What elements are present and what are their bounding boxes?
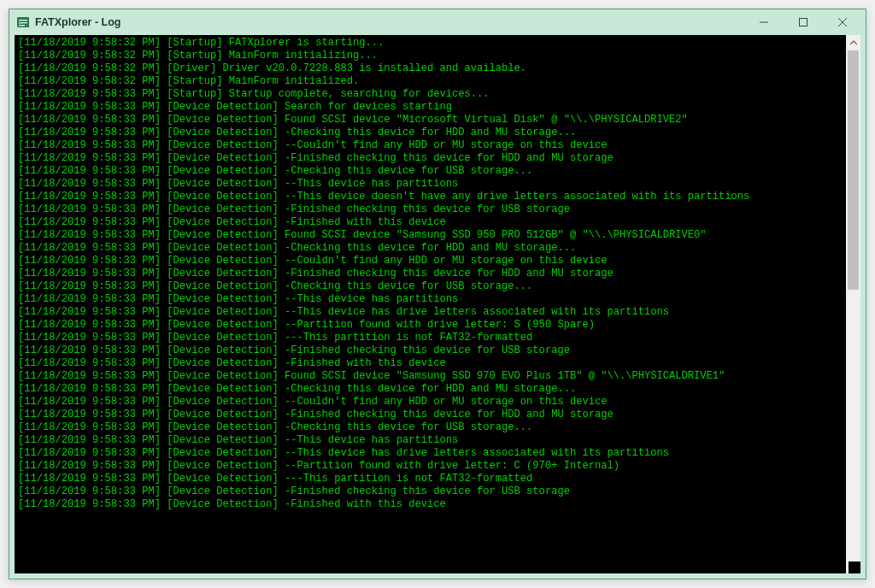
scroll-thumb[interactable] — [848, 50, 859, 290]
log-line: [11/18/2019 9:58:33 PM] [Device Detectio… — [18, 268, 843, 280]
svg-rect-3 — [19, 25, 25, 26]
log-text-area[interactable]: [11/18/2019 9:58:32 PM] [Startup] FATXpl… — [15, 35, 846, 573]
minimize-button[interactable] — [744, 10, 784, 34]
log-line: [11/18/2019 9:58:33 PM] [Device Detectio… — [18, 229, 843, 242]
log-line: [11/18/2019 9:58:33 PM] [Device Detectio… — [18, 396, 843, 409]
log-line: [11/18/2019 9:58:33 PM] [Device Detectio… — [18, 178, 843, 191]
log-line: [11/18/2019 9:58:33 PM] [Device Detectio… — [18, 152, 843, 165]
log-line: [11/18/2019 9:58:33 PM] [Device Detectio… — [18, 306, 843, 319]
log-line: [11/18/2019 9:58:33 PM] [Device Detectio… — [18, 421, 843, 434]
log-line: [11/18/2019 9:58:33 PM] [Device Detectio… — [18, 293, 843, 306]
log-line: [11/18/2019 9:58:33 PM] [Device Detectio… — [18, 332, 843, 344]
log-line: [11/18/2019 9:58:33 PM] [Device Detectio… — [18, 434, 843, 447]
log-line: [11/18/2019 9:58:33 PM] [Device Detectio… — [18, 165, 843, 178]
log-line: [11/18/2019 9:58:33 PM] [Device Detectio… — [18, 101, 843, 114]
log-line: [11/18/2019 9:58:33 PM] [Device Detectio… — [18, 370, 843, 383]
log-line: [11/18/2019 9:58:33 PM] [Device Detectio… — [18, 409, 843, 421]
svg-rect-2 — [19, 22, 27, 24]
maximize-button[interactable] — [784, 10, 823, 34]
log-line: [11/18/2019 9:58:33 PM] [Startup] Startu… — [18, 88, 843, 101]
log-window: FATXplorer - Log [11/18/2019 9:58:32 PM]… — [9, 9, 866, 579]
app-icon — [16, 15, 30, 29]
log-content: [11/18/2019 9:58:32 PM] [Startup] FATXpl… — [15, 35, 860, 573]
log-line: [11/18/2019 9:58:33 PM] [Device Detectio… — [18, 216, 843, 229]
log-line: [11/18/2019 9:58:33 PM] [Device Detectio… — [18, 280, 843, 293]
svg-rect-5 — [800, 19, 807, 26]
log-line: [11/18/2019 9:58:33 PM] [Device Detectio… — [18, 498, 843, 511]
svg-rect-1 — [19, 20, 27, 21]
close-button[interactable] — [823, 10, 862, 34]
log-line: [11/18/2019 9:58:33 PM] [Device Detectio… — [18, 191, 843, 203]
vertical-scrollbar[interactable] — [846, 35, 860, 573]
resize-grip[interactable] — [849, 562, 860, 573]
log-line: [11/18/2019 9:58:32 PM] [Driver] Driver … — [18, 62, 843, 75]
log-line: [11/18/2019 9:58:33 PM] [Device Detectio… — [18, 126, 843, 139]
log-line: [11/18/2019 9:58:32 PM] [Startup] FATXpl… — [18, 37, 843, 50]
log-line: [11/18/2019 9:58:33 PM] [Device Detectio… — [18, 344, 843, 357]
log-line: [11/18/2019 9:58:32 PM] [Startup] MainFo… — [18, 75, 843, 88]
log-line: [11/18/2019 9:58:32 PM] [Startup] MainFo… — [18, 50, 843, 62]
log-line: [11/18/2019 9:58:33 PM] [Device Detectio… — [18, 114, 843, 126]
log-line: [11/18/2019 9:58:33 PM] [Device Detectio… — [18, 473, 843, 485]
log-line: [11/18/2019 9:58:33 PM] [Device Detectio… — [18, 485, 843, 498]
log-line: [11/18/2019 9:58:33 PM] [Device Detectio… — [18, 203, 843, 216]
window-title: FATXplorer - Log — [35, 16, 744, 28]
titlebar[interactable]: FATXplorer - Log — [9, 9, 866, 35]
log-line: [11/18/2019 9:58:33 PM] [Device Detectio… — [18, 139, 843, 152]
scroll-up-arrow-icon[interactable] — [846, 35, 860, 50]
log-line: [11/18/2019 9:58:33 PM] [Device Detectio… — [18, 357, 843, 370]
log-line: [11/18/2019 9:58:33 PM] [Device Detectio… — [18, 242, 843, 255]
log-line: [11/18/2019 9:58:33 PM] [Device Detectio… — [18, 383, 843, 396]
log-line: [11/18/2019 9:58:33 PM] [Device Detectio… — [18, 255, 843, 268]
log-line: [11/18/2019 9:58:33 PM] [Device Detectio… — [18, 447, 843, 460]
window-controls — [744, 10, 862, 34]
log-line: [11/18/2019 9:58:33 PM] [Device Detectio… — [18, 460, 843, 473]
log-line: [11/18/2019 9:58:33 PM] [Device Detectio… — [18, 319, 843, 332]
